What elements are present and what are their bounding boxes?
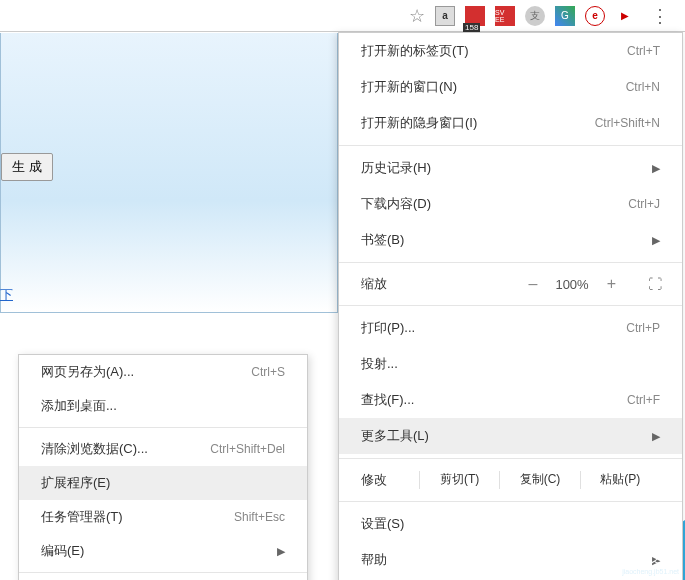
menu-zoom: 缩放 – 100% + ⛶ <box>339 267 682 301</box>
chrome-main-menu: 打开新的标签页(T)Ctrl+T 打开新的窗口(N)Ctrl+N 打开新的隐身窗… <box>338 32 683 580</box>
extension-badge: 158 <box>463 23 480 32</box>
menu-bookmarks[interactable]: 书签(B)▶ <box>339 222 682 258</box>
menu-separator <box>339 262 682 263</box>
extension-a-icon[interactable]: a <box>435 6 455 26</box>
zoom-value: 100% <box>555 277 588 292</box>
menu-edit-row: 修改 剪切(T) 复制(C) 粘贴(P) <box>339 463 682 497</box>
chevron-right-icon: ▶ <box>277 545 285 558</box>
menu-separator <box>339 145 682 146</box>
zoom-in-button[interactable]: + <box>607 275 616 293</box>
menu-separator <box>19 572 307 573</box>
cut-button[interactable]: 剪切(T) <box>419 471 499 489</box>
menu-print[interactable]: 打印(P)...Ctrl+P <box>339 310 682 346</box>
submenu-task-manager[interactable]: 任务管理器(T)Shift+Esc <box>19 500 307 534</box>
chevron-right-icon: ▶ <box>652 430 660 443</box>
menu-cast[interactable]: 投射... <box>339 346 682 382</box>
paste-button[interactable]: 粘贴(P) <box>580 471 660 489</box>
submenu-save-as[interactable]: 网页另存为(A)...Ctrl+S <box>19 355 307 389</box>
submenu-add-desktop[interactable]: 添加到桌面... <box>19 389 307 423</box>
chevron-right-icon: ▶ <box>652 234 660 247</box>
chevron-right-icon: ▶ <box>652 162 660 175</box>
submenu-encoding[interactable]: 编码(E)▶ <box>19 534 307 568</box>
extension-translate-icon[interactable]: G <box>555 6 575 26</box>
extension-video-icon[interactable]: ▶ <box>615 6 635 26</box>
extension-e-icon[interactable]: e <box>585 6 605 26</box>
extension-shield-icon[interactable]: 支 <box>525 6 545 26</box>
menu-more-tools[interactable]: 更多工具(L)▶ <box>339 418 682 454</box>
menu-history[interactable]: 历史记录(H)▶ <box>339 150 682 186</box>
extension-red-icon[interactable]: 158 <box>465 6 485 26</box>
more-tools-submenu: 网页另存为(A)...Ctrl+S 添加到桌面... 清除浏览数据(C)...C… <box>18 354 308 580</box>
menu-separator <box>339 501 682 502</box>
submenu-clear-data[interactable]: 清除浏览数据(C)...Ctrl+Shift+Del <box>19 432 307 466</box>
menu-incognito[interactable]: 打开新的隐身窗口(I)Ctrl+Shift+N <box>339 105 682 141</box>
generate-button[interactable]: 生 成 <box>1 153 53 181</box>
menu-new-tab[interactable]: 打开新的标签页(T)Ctrl+T <box>339 33 682 69</box>
browser-toolbar: ☆ a 158 SV EE 支 G e ▶ ⋮ <box>0 0 685 32</box>
submenu-extensions[interactable]: 扩展程序(E) <box>19 466 307 500</box>
zoom-out-button[interactable]: – <box>529 275 538 293</box>
menu-settings[interactable]: 设置(S) <box>339 506 682 542</box>
menu-find[interactable]: 查找(F)...Ctrl+F <box>339 382 682 418</box>
menu-new-window[interactable]: 打开新的窗口(N)Ctrl+N <box>339 69 682 105</box>
menu-separator <box>339 458 682 459</box>
chrome-menu-button[interactable]: ⋮ <box>645 5 675 27</box>
menu-separator <box>339 305 682 306</box>
page-content: 生 成 <box>0 33 338 313</box>
copy-button[interactable]: 复制(C) <box>499 471 579 489</box>
bookmark-star-icon[interactable]: ☆ <box>409 5 425 27</box>
extension-sv-icon[interactable]: SV EE <box>495 6 515 26</box>
download-link[interactable]: 下 <box>0 286 13 304</box>
fullscreen-icon[interactable]: ⛶ <box>648 276 660 292</box>
menu-separator <box>19 427 307 428</box>
menu-downloads[interactable]: 下载内容(D)Ctrl+J <box>339 186 682 222</box>
